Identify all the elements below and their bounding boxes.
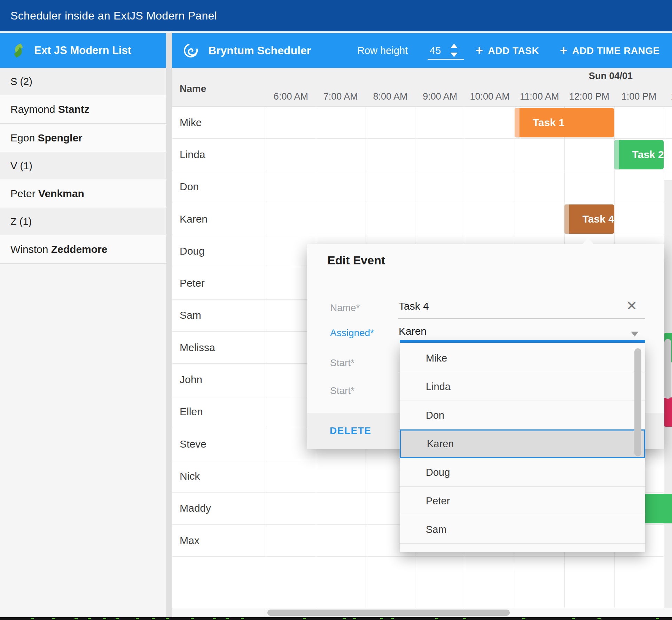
task-label: Task 1 xyxy=(533,117,564,129)
code-dash xyxy=(226,618,229,619)
task-bar[interactable] xyxy=(664,397,672,427)
dropdown-option-don[interactable]: Don xyxy=(400,401,645,429)
panel-splitter[interactable] xyxy=(166,33,172,617)
resource-name: Melissa xyxy=(180,342,215,354)
dropdown-option-doug[interactable]: Doug xyxy=(400,458,645,487)
dropdown-scrollbar-thumb[interactable] xyxy=(634,348,641,456)
row-height-label: Row height xyxy=(357,33,408,68)
dropdown-caret-icon[interactable] xyxy=(631,332,639,336)
bryntum-spiral-icon xyxy=(182,42,199,59)
resource-row-linda: Linda xyxy=(172,139,672,171)
horizontal-scrollbar-thumb[interactable] xyxy=(267,610,510,616)
row-height-input[interactable] xyxy=(430,43,464,58)
code-dash xyxy=(31,618,34,619)
start-field-label: Start* xyxy=(330,357,354,369)
code-dash xyxy=(88,618,91,619)
sidebar-list-item[interactable]: Egon Spengler xyxy=(0,124,166,152)
task-resize-handle[interactable] xyxy=(515,108,519,137)
dropdown-option-mike[interactable]: Mike xyxy=(400,344,645,372)
sidebar-item-label: S (2) xyxy=(10,76,32,87)
dropdown-option-peter[interactable]: Peter xyxy=(400,487,645,515)
code-dash xyxy=(353,618,356,619)
resource-name: Doug xyxy=(180,245,205,257)
dropdown-option-label: Doug xyxy=(426,466,450,478)
sidebar-list-item[interactable]: Peter Venkman xyxy=(0,179,166,208)
delete-button[interactable]: DELETE xyxy=(330,413,371,449)
name-column-header[interactable]: Name xyxy=(180,83,206,94)
code-dash xyxy=(103,618,106,619)
time-tick-label: 10:00 AM xyxy=(462,91,518,102)
task-label: Task 2 xyxy=(632,149,664,161)
assigned-field-value[interactable]: Karen xyxy=(399,325,427,337)
resource-name: Max xyxy=(180,535,200,547)
start-time-field-label: Start* xyxy=(330,385,354,396)
sidebar-panel: Ext JS Modern List S (2)Raymond StantzEg… xyxy=(0,33,166,617)
dialog-title: Edit Event xyxy=(327,254,385,267)
code-dash xyxy=(191,618,194,619)
bottom-code-strip xyxy=(0,617,672,620)
dropdown-option-sam[interactable]: Sam xyxy=(400,515,645,544)
resource-name: Steve xyxy=(180,438,206,450)
name-field-value[interactable]: Task 4 xyxy=(399,300,429,312)
add-time-range-button[interactable]: +ADD TIME RANGE xyxy=(560,33,660,68)
code-dash xyxy=(597,618,601,619)
scheduler-header: Bryntum Scheduler Row height +ADD TASK +… xyxy=(172,33,672,68)
assigned-field-label: Assigned* xyxy=(330,327,374,339)
time-tick-label: 9:00 AM xyxy=(412,91,468,102)
code-dash xyxy=(152,618,155,619)
sidebar-item-label: Peter Venkman xyxy=(10,188,84,200)
code-dash xyxy=(435,618,438,619)
scrollbar-divider xyxy=(265,608,265,617)
code-dash xyxy=(343,618,346,619)
sidebar-item-label: Winston Zeddemore xyxy=(10,243,107,255)
task-resize-handle[interactable] xyxy=(614,140,619,169)
sidebar-list-item[interactable]: Raymond Stantz xyxy=(0,95,166,124)
plus-icon: + xyxy=(476,43,483,57)
spinner-down-icon[interactable] xyxy=(451,53,458,57)
sidebar-list-item[interactable]: Winston Zeddemore xyxy=(0,235,166,264)
add-task-button[interactable]: +ADD TASK xyxy=(476,33,539,68)
column-header: Name Sun 04/01 6:00 AM7:00 AM8:00 AM9:00… xyxy=(172,68,672,107)
vertical-scrollbar-thumb[interactable] xyxy=(664,339,671,399)
resource-row-don: Don xyxy=(172,171,672,203)
dropdown-option-label: Don xyxy=(426,409,444,421)
clear-field-icon[interactable]: ✕ xyxy=(626,298,637,313)
resource-name: Mike xyxy=(180,117,202,129)
dropdown-option-label: Linda xyxy=(426,381,451,392)
task-bar-task-2[interactable]: Task 2 xyxy=(614,140,664,169)
sidebar-group-header: S (2) xyxy=(0,68,166,95)
resource-name: Ellen xyxy=(180,406,203,418)
task-bar-task-4[interactable]: Task 4 xyxy=(564,204,614,234)
extjs-leaf-icon xyxy=(10,42,26,59)
assigned-field-focus-underline xyxy=(400,340,645,343)
code-dash xyxy=(52,618,55,619)
code-dash xyxy=(75,618,78,619)
code-dash xyxy=(572,618,575,619)
time-tick-label: 6:00 AM xyxy=(263,91,319,102)
task-bar-task-1[interactable]: Task 1 xyxy=(515,108,614,137)
sidebar-header: Ext JS Modern List xyxy=(0,33,166,68)
resource-name: Sam xyxy=(180,309,201,321)
sidebar-title: Ext JS Modern List xyxy=(34,33,131,68)
code-dash xyxy=(656,618,659,619)
sidebar-item-label: Egon Spengler xyxy=(10,132,83,144)
code-dash xyxy=(166,618,169,619)
dropdown-option-linda[interactable]: Linda xyxy=(400,372,645,401)
dropdown-option-label: Karen xyxy=(427,438,454,450)
sidebar-item-label: Raymond Stantz xyxy=(10,103,89,115)
task-label: Task 4 xyxy=(583,213,614,225)
dropdown-option-karen[interactable]: Karen xyxy=(400,429,645,458)
code-dash xyxy=(522,618,525,619)
row-height-underline xyxy=(428,59,464,60)
window-title: Scheduler inside an ExtJS Modern Panel xyxy=(10,0,217,31)
spinner-up-icon[interactable] xyxy=(451,44,458,48)
time-tick-label: 2:00 PM xyxy=(661,91,672,102)
code-dash xyxy=(391,618,394,619)
code-dash xyxy=(116,618,119,619)
dialog-anchor-arrow xyxy=(582,238,594,245)
resource-name: Maddy xyxy=(180,502,211,514)
resource-name: Linda xyxy=(180,149,205,161)
code-dash xyxy=(241,618,244,619)
task-resize-handle[interactable] xyxy=(564,204,569,234)
time-tick-label: 12:00 PM xyxy=(561,91,617,102)
